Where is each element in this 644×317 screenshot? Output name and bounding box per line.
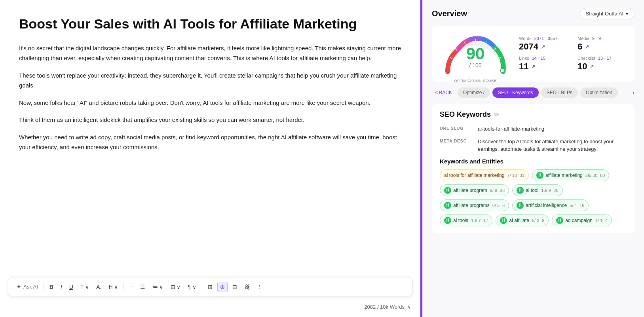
font-size-button[interactable]: A: [94, 282, 104, 292]
paragraph-button[interactable]: ¶ ∨ [185, 282, 198, 292]
image-button[interactable]: ⊞ [205, 282, 215, 292]
meta-desc-label: META DESC [440, 138, 471, 153]
article-body: It's no secret that the digital landscap… [19, 43, 401, 317]
stat-links: Links 14 - 15 11 ↗ [519, 56, 568, 72]
tab-optimize[interactable]: Optimize / [458, 87, 490, 98]
more-options-button[interactable]: ⋮ [255, 282, 265, 292]
keywords-title: Keywords and Entities [440, 158, 627, 165]
keyword-tag-5: H artificial intelligence 5/ 4- 16 [512, 199, 589, 211]
keyword-h-1: H [536, 172, 543, 179]
paragraph-1: It's no secret that the digital landscap… [19, 43, 401, 63]
keyword-text-1: affiliate marketing [545, 173, 583, 178]
text-format-button[interactable]: T ∨ [78, 282, 91, 292]
keyword-tag-7: H ai affiliate 5/ 3- 8 [496, 214, 549, 226]
stats-grid: Words 2371 - 3557 2074 ↗ Media 9 - 9 6 ↗ [519, 36, 627, 72]
stat-checklist: Checklist 13 - 17 10 ↗ [578, 56, 627, 72]
links-value-row: 11 ↗ [519, 61, 568, 72]
keyword-text-6: ai tools [453, 218, 468, 223]
keyword-stats-0: 7/ 10- 31 [507, 173, 524, 178]
tab-back-button[interactable]: < BACK [432, 88, 455, 97]
brand-dropdown[interactable]: Straight Outta AI ▾ [580, 8, 635, 19]
keyword-h-6: H [444, 217, 451, 224]
keyword-tag-0: ai tools for affiliate marketing 7/ 10- … [440, 169, 529, 181]
url-slug-value: ai-tools-for-affiliate-marketing [478, 125, 544, 133]
brand-name: Straight Outta AI [586, 11, 623, 17]
media-arrow-icon: ↗ [585, 44, 589, 50]
align-left-button[interactable]: ≡ [127, 282, 135, 292]
keyword-text-7: ai affiliate [509, 218, 529, 223]
keyword-h-8: H [556, 217, 563, 224]
media-label: Media 9 - 9 [578, 36, 627, 41]
chevron-up-icon[interactable]: ∧ [407, 304, 411, 310]
keyword-text-0: ai tools for affiliate marketing [444, 173, 505, 178]
keyword-tag-2: H affiliate program 9/ 9- 36 [440, 184, 509, 196]
stat-words: Words 2371 - 3557 2074 ↗ [519, 36, 568, 52]
meta-desc-row: META DESC Discover the top AI tools for … [440, 138, 627, 153]
link-button[interactable]: ⛓ [242, 282, 252, 292]
links-value: 11 [519, 61, 528, 72]
keyword-stats-1: 26/ 20- 80 [585, 173, 605, 178]
keyword-text-8: ad campaign [565, 218, 593, 223]
keyword-tag-6: H ai tools 13/ 7- 17 [440, 214, 492, 226]
left-panel: Boost Your Sales with AI Tools for Affil… [0, 0, 420, 317]
underline-button[interactable]: U [67, 282, 76, 292]
ask-ai-button[interactable]: ✦ Ask AI [14, 281, 40, 292]
ordered-list-button[interactable]: ≔ ∨ [150, 282, 166, 292]
ai-icon: ✦ [16, 283, 21, 290]
score-section: 90 / 100 OPTIMIZATION SCORE Words 2371 -… [432, 26, 635, 82]
keyword-text-3: ai tool [526, 188, 538, 193]
word-count: 2082 / 10k Words [364, 304, 405, 310]
media-value-row: 6 ↗ [578, 42, 627, 52]
tab-seo-keywords[interactable]: SEO - Keywords [492, 87, 539, 98]
keyword-stats-8: 1/ 1- 4 [595, 218, 608, 223]
right-panel: Overview Straight Outta AI ▾ [422, 0, 644, 317]
tab-seo-nlps[interactable]: SEO - NLPs [541, 87, 578, 98]
svg-point-7 [500, 68, 504, 72]
keyword-stats-3: 18/ 9- 26 [541, 188, 558, 193]
chevron-down-icon: ▾ [626, 11, 629, 17]
right-header: Overview Straight Outta AI ▾ [432, 8, 635, 19]
words-value: 2074 [519, 42, 538, 52]
tab-next-button[interactable]: › [633, 89, 635, 96]
word-count-bar: 2082 / 10k Words ∧ [364, 304, 411, 310]
edit-icon[interactable]: ✏ [494, 111, 499, 118]
words-value-row: 2074 ↗ [519, 42, 568, 52]
meta-desc-value: Discover the top AI tools for affiliate … [478, 138, 627, 153]
checklist-value: 10 [578, 61, 587, 72]
keyword-stats-2: 9/ 9- 36 [490, 188, 505, 193]
seo-section-header: SEO Keywords ✏ [440, 110, 627, 119]
article-title: Boost Your Sales with AI Tools for Affil… [19, 16, 401, 32]
checklist-value-row: 10 ↗ [578, 61, 627, 72]
checklist-arrow-icon: ↗ [589, 63, 594, 70]
heading-button[interactable]: H ∨ [106, 282, 120, 292]
keyword-tag-3: H ai tool 18/ 9- 26 [512, 184, 562, 196]
unordered-list-button[interactable]: ⊟ ∨ [168, 282, 183, 292]
url-slug-row: URL SLUG ai-tools-for-affiliate-marketin… [440, 125, 627, 133]
gauge-score: 90 / 100 [466, 46, 485, 68]
seo-title: SEO Keywords [440, 110, 491, 119]
keyword-text-2: affiliate program [453, 188, 487, 193]
keyword-h-7: H [500, 217, 507, 224]
bold-button[interactable]: B [47, 282, 56, 292]
words-label: Words 2371 - 3557 [519, 36, 568, 41]
keyword-stats-7: 5/ 3- 8 [532, 218, 544, 223]
overview-title: Overview [432, 9, 467, 18]
italic-button[interactable]: I [58, 282, 65, 292]
keyword-text-5: artificial intelligence [526, 203, 567, 208]
paragraph-5: Whether you need to write ad copy, craft… [19, 132, 401, 152]
keyword-tag-1: H affiliate marketing 26/ 20- 80 [532, 169, 609, 181]
links-arrow-icon: ↗ [531, 63, 536, 70]
url-slug-label: URL SLUG [440, 125, 471, 133]
checklist-label: Checklist 13 - 17 [578, 56, 627, 61]
stat-media: Media 9 - 9 6 ↗ [578, 36, 627, 52]
score-max: / 100 [466, 62, 485, 68]
keyword-h-2: H [444, 187, 451, 194]
keyword-h-5: H [517, 202, 524, 209]
keyword-stats-5: 5/ 4- 16 [570, 203, 584, 208]
score-number: 90 [466, 46, 485, 62]
text-options-button[interactable]: ⊟ [230, 282, 239, 292]
tab-optimization[interactable]: Optimization [580, 87, 618, 98]
align-center-button[interactable]: ☰ [138, 282, 148, 292]
gauge-container: 90 / 100 OPTIMIZATION SCORE [440, 32, 511, 76]
add-button[interactable]: ⊕ [217, 282, 228, 292]
